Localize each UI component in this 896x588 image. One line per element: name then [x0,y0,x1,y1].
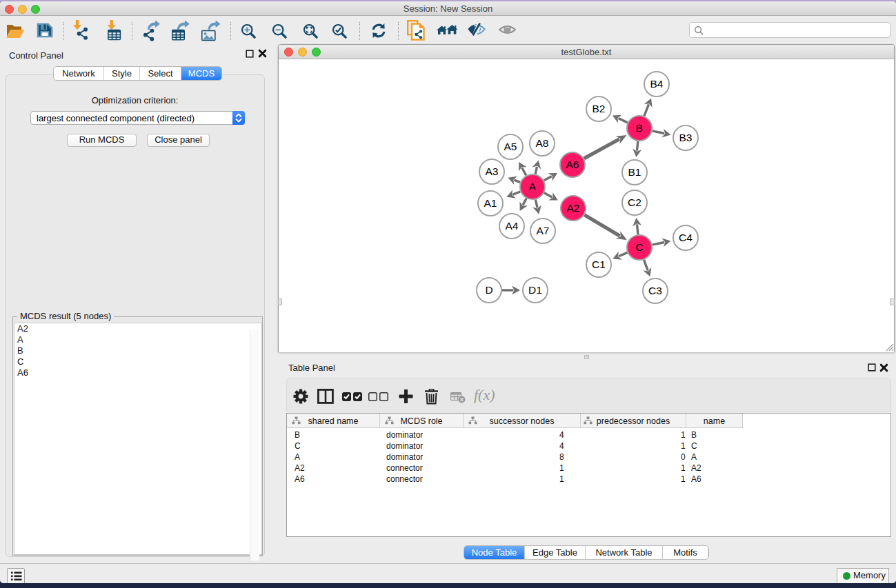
svg-text:A1: A1 [484,197,497,209]
svg-text:A5: A5 [504,141,517,152]
svg-text:A8: A8 [536,137,549,149]
svg-text:A4: A4 [506,220,519,232]
svg-text:B3: B3 [679,132,693,143]
svg-text:C3: C3 [648,285,662,296]
svg-text:C4: C4 [679,232,693,243]
svg-text:A2: A2 [567,202,580,214]
svg-text:D: D [485,284,492,296]
svg-text:f(x): f(x) [474,387,495,403]
svg-text:D1: D1 [528,284,542,296]
svg-text:A6: A6 [566,159,579,170]
svg-text:C2: C2 [628,196,641,208]
svg-text:B1: B1 [628,166,641,178]
svg-text:B2: B2 [593,103,606,114]
svg-text:A: A [529,181,537,192]
svg-text:B: B [636,122,643,134]
svg-text:C: C [635,241,643,253]
svg-text:A3: A3 [486,165,499,177]
svg-text:A7: A7 [537,225,550,236]
svg-text:C1: C1 [592,258,606,270]
svg-text:B4: B4 [650,78,664,90]
